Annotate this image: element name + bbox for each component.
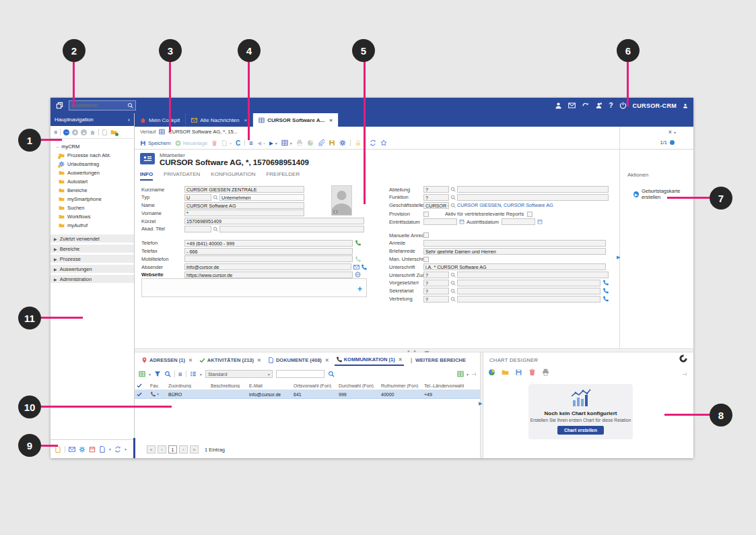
tab-cursor-software[interactable]: CURSOR Software A...× (253, 113, 339, 127)
tab-privatdaten[interactable]: PRIVATDATEN (164, 171, 200, 181)
close-icon[interactable]: ✕ (399, 357, 403, 363)
tab-adressen[interactable]: ADRESSEN (1)✕ (140, 355, 194, 365)
user-icon[interactable] (555, 102, 562, 109)
col-fav[interactable]: Fav. (148, 383, 166, 388)
lookup-icon[interactable] (213, 226, 218, 232)
lookup-icon[interactable] (450, 280, 456, 286)
sekretariat-code-field[interactable]: ? (423, 288, 449, 294)
section-zuletzt-verwendet[interactable]: ▶Zuletzt verwendet (50, 234, 134, 243)
name-field[interactable]: CURSOR Software AG (184, 202, 304, 209)
contact-photo-placeholder[interactable] (331, 185, 352, 216)
kurzname-field[interactable]: CURSOR GIESSEN ZENTRALE (184, 186, 304, 193)
col-ortsvorwahl[interactable]: Ortsvorwahl (Fon) (291, 383, 337, 388)
vertretung-value-field[interactable] (457, 296, 600, 303)
akad-value-field[interactable] (219, 226, 364, 232)
tab-dokumente[interactable]: DOKUMENTE (408)✕ (267, 355, 331, 365)
delete-button[interactable] (211, 140, 217, 146)
move-up-icon[interactable]: ▴ (81, 129, 87, 135)
refresh-button[interactable]: C (236, 139, 240, 147)
note-edit-icon[interactable] (55, 446, 61, 453)
col-laendervorwahl[interactable]: Tel.-Ländervorwahl (422, 383, 479, 388)
telefon-field[interactable]: +49 (641) 40000 - 999 (184, 240, 353, 247)
lookup-icon[interactable] (450, 296, 456, 302)
tab-weitere-bereiche[interactable]: ❘WEITERE BEREICHE (408, 355, 467, 365)
tab-aktivitaeten[interactable]: AKTIVITÄTEN (213)✕ (198, 355, 263, 365)
tools-icon[interactable] (79, 446, 85, 453)
tree-item-prozesse-nach-abt[interactable]: Prozesse nach Abt. (55, 151, 134, 160)
export-caret-icon[interactable]: ▾ (109, 447, 111, 451)
window-switch-icon[interactable] (56, 102, 63, 109)
last-page-button[interactable]: » (190, 445, 199, 453)
anrede-field[interactable] (423, 240, 606, 247)
tree-item-workflows[interactable]: Workflows (55, 212, 134, 221)
phone-dial-icon[interactable] (603, 296, 609, 302)
prev-page-button[interactable]: ‹ (158, 445, 166, 453)
lookup-icon[interactable] (450, 288, 456, 294)
next-page-button[interactable]: › (179, 445, 188, 453)
sync-caret-icon[interactable]: ▾ (125, 447, 127, 451)
geschaeftsstelle-link[interactable]: CURSOR GIESSEN, CURSOR Software AG (457, 202, 553, 208)
phone-call-icon[interactable] (355, 240, 361, 246)
kuerzel-field[interactable]: 1570698951409 (184, 218, 364, 224)
tree-item-urlaubsantrag[interactable]: Urlaubsantrag (55, 160, 134, 168)
phone-dial-icon[interactable] (603, 280, 609, 286)
abteilung-code-field[interactable]: ? (423, 186, 449, 193)
funktion-value-field[interactable] (457, 194, 609, 201)
export-icon[interactable] (99, 446, 106, 453)
tree-item-mysmartphone[interactable]: mySmartphone (55, 195, 134, 203)
man-unterschrift-checkbox[interactable] (423, 257, 429, 262)
tree-item-suchen[interactable]: Suchen (55, 203, 134, 212)
pin-panel-icon[interactable]: ⊣ (682, 371, 687, 377)
support-icon[interactable] (595, 102, 603, 109)
history-entry[interactable]: CURSOR Software AG, *, 15... (168, 129, 238, 135)
tab-info[interactable]: INFO (140, 171, 153, 181)
list-view-icon[interactable] (190, 371, 197, 377)
section-administration[interactable]: ▶Administration (50, 274, 134, 283)
vertretung-code-field[interactable]: ? (423, 296, 449, 303)
workflow-button[interactable] (370, 139, 376, 146)
palette-button[interactable] (307, 139, 314, 146)
add-folder-icon[interactable] (110, 129, 117, 135)
vorname-field[interactable]: * (184, 210, 304, 216)
print-chart-icon[interactable] (542, 369, 549, 376)
chart-designer-logo-icon[interactable] (679, 354, 687, 363)
sekretariat-value-field[interactable] (457, 288, 600, 294)
vorgesetzter-value-field[interactable] (457, 280, 600, 286)
delete-chart-icon[interactable] (528, 369, 536, 376)
tree-item-autostart[interactable]: Autostart (55, 177, 134, 186)
collapse-all-icon[interactable]: − (63, 129, 69, 135)
row-checkbox[interactable] (137, 391, 142, 397)
mail-icon[interactable] (568, 102, 576, 109)
move-down-icon[interactable]: ▾ (72, 129, 78, 135)
preset-dropdown[interactable]: Standard▾ (205, 370, 273, 378)
phone-at-icon[interactable] (361, 264, 367, 270)
power-icon[interactable] (619, 102, 627, 109)
current-page[interactable]: 1 (168, 445, 177, 453)
nav-forward-button[interactable]: ▶▾ (269, 140, 277, 146)
reports-checkbox[interactable] (527, 212, 532, 217)
table-row[interactable]: ▾ BÜRO info@cursor.de 641 999 40000 +49 (135, 390, 480, 399)
phone-fav-icon[interactable] (150, 391, 156, 397)
close-icon[interactable]: × (329, 117, 333, 123)
caret-icon[interactable]: ▾ (467, 372, 469, 377)
austrittsdatum-field[interactable] (502, 218, 535, 225)
tab-kommunikation[interactable]: KOMMUNIKATION (1)✕ (335, 354, 404, 366)
vorgesetzter-code-field[interactable]: ? (423, 280, 449, 286)
col-zuordnung[interactable]: Zuordnung (166, 383, 209, 388)
add-communication-icon[interactable]: + (357, 284, 362, 294)
tab-mein-cockpit[interactable]: Mein Cockpit (135, 113, 186, 127)
home-icon[interactable] (90, 129, 96, 135)
sidebar-collapse-icon[interactable]: ‹ (128, 117, 130, 123)
section-auswertungen[interactable]: ▶Auswertungen (50, 264, 134, 273)
geschaeftsstelle-code-field[interactable]: CURSOR GIE (423, 202, 449, 209)
list-caret-icon[interactable]: ▾ (200, 372, 202, 377)
tab-konfiguration[interactable]: KONFIGURATION (211, 171, 255, 181)
calendar-icon[interactable] (459, 219, 465, 224)
lookup-icon[interactable] (450, 195, 456, 200)
section-bereiche[interactable]: ▶Bereiche (50, 244, 134, 253)
phone-dial-icon[interactable] (603, 288, 609, 294)
sync-icon[interactable] (114, 446, 121, 453)
manuelle-anrede-checkbox[interactable] (423, 232, 429, 238)
webseite-field[interactable]: https://www.cursor.de (184, 272, 353, 278)
unterschrift-zusatz-value-field[interactable] (457, 272, 609, 278)
